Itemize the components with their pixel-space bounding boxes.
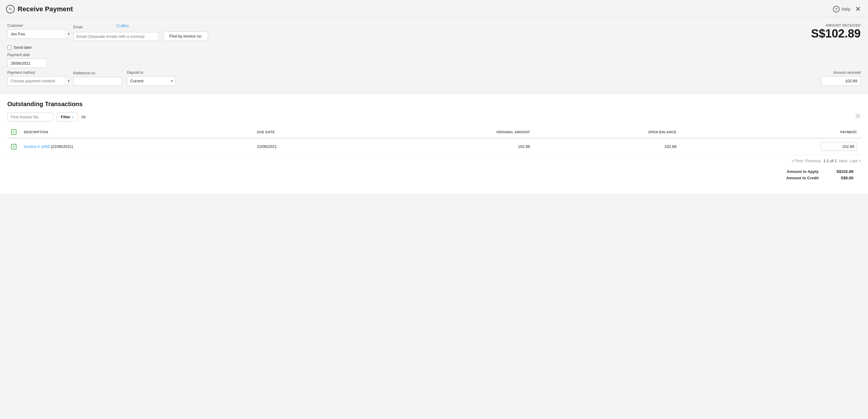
pagination-next[interactable]: Next [839, 159, 847, 163]
amount-to-credit-label: Amount to Credit [770, 176, 818, 180]
reference-input[interactable] [73, 77, 122, 86]
email-input[interactable] [73, 32, 159, 41]
pagination-range: 1-1 of 1 [823, 159, 837, 163]
amount-received-label: AMOUNT RECEIVED [811, 24, 861, 27]
close-button[interactable]: ✕ [855, 6, 861, 12]
payment-date-label: Payment date [7, 53, 861, 57]
page-title: Receive Payment [18, 5, 73, 13]
send-later-label[interactable]: Send later [14, 45, 32, 50]
deposit-select-container[interactable]: Current Savings Other ▾ [127, 76, 176, 86]
filter-all-label: All [81, 115, 85, 119]
row-checkbox[interactable]: ✓ [11, 144, 17, 150]
amount-to-apply-label: Amount to Apply [770, 169, 818, 174]
amount-to-credit-value: S$0.00 [826, 176, 854, 180]
deposit-select[interactable]: Current Savings Other [127, 76, 169, 86]
deposit-label: Deposit to [127, 70, 176, 75]
payment-method-input[interactable] [8, 76, 65, 86]
reference-group: Reference no. [73, 71, 122, 86]
find-invoice-button[interactable]: Find by invoice no. [163, 31, 208, 41]
filter-label: Filter [61, 115, 70, 119]
filter-arrow-icon: › [72, 115, 73, 119]
invoice-link[interactable]: Invoice # 1058 [24, 144, 50, 149]
col-checkbox: ✓ [7, 126, 20, 138]
select-all-checkbox[interactable]: ✓ [11, 129, 17, 135]
table-header: ✓ DESCRIPTION DUE DATE ORIGINAL AMOUNT O… [7, 126, 861, 138]
amount-received-input-label: Amount received [833, 70, 861, 75]
payment-method-group: Payment method ▾ [7, 70, 68, 86]
amount-received-value: S$102.89 [811, 27, 861, 40]
email-label: Email [73, 25, 82, 29]
help-label: Help [841, 7, 850, 11]
col-description: DESCRIPTION [20, 126, 253, 138]
help-icon: ? [833, 6, 840, 12]
transactions-toolbar: Filter › All [7, 112, 861, 121]
amount-received-input[interactable] [821, 76, 861, 86]
customer-dropdown-arrow[interactable]: ▾ [65, 30, 72, 38]
row-payment-cell [680, 138, 861, 155]
find-invoice-no-input[interactable] [7, 112, 53, 121]
row-due-date: 22/06/2021 [253, 138, 365, 155]
row-checkbox-cell: ✓ [7, 138, 20, 155]
col-due-date: DUE DATE [253, 126, 365, 138]
table-body: ✓ Invoice # 1058 (22/06/2021) 22/06/2021… [7, 138, 861, 155]
amount-received-input-group: Amount received [821, 70, 861, 86]
customer-select-container[interactable]: ▾ [7, 29, 68, 39]
deposit-dropdown-arrow: ▾ [169, 77, 175, 85]
row-description: Invoice # 1058 (22/06/2021) [20, 138, 253, 155]
header-right: ? Help ✕ [833, 6, 861, 12]
payment-method-label: Payment method [7, 70, 68, 75]
amount-to-credit-row: Amount to Credit S$0.00 [770, 176, 854, 180]
pagination-previous[interactable]: Previous [805, 159, 821, 163]
reference-label: Reference no. [73, 71, 122, 75]
send-later-checkbox[interactable] [7, 45, 11, 50]
transactions-section: Outstanding Transactions Filter › All [0, 93, 868, 194]
pagination-row: < First Previous 1-1 of 1 Next Last > [7, 155, 861, 164]
send-later-row: Send later [7, 45, 861, 50]
amount-to-apply-value: S$102.89 [826, 169, 854, 174]
customer-email-row: Customer ▾ Email Cc/Bcc Find by invoice … [7, 24, 861, 41]
customer-label: Customer [7, 24, 68, 28]
amount-to-apply-row: Amount to Apply S$102.89 [770, 169, 854, 174]
help-button[interactable]: ? Help [833, 6, 850, 12]
customer-input[interactable] [8, 30, 65, 38]
receive-payment-icon: ↻ [6, 5, 14, 13]
payment-date-input[interactable] [7, 59, 47, 68]
transactions-table: ✓ DESCRIPTION DUE DATE ORIGINAL AMOUNT O… [7, 126, 861, 155]
payment-date-group: Payment date [7, 53, 861, 68]
receive-payment-modal: ↻ Receive Payment ? Help ✕ Customer ▾ [0, 0, 868, 419]
pagination-last[interactable]: Last > [850, 159, 861, 163]
col-original-amount: ORIGINAL AMOUNT [365, 126, 534, 138]
customer-group: Customer ▾ [7, 24, 68, 39]
header-left: ↻ Receive Payment [6, 5, 73, 13]
cc-bcc-button[interactable]: Cc/Bcc [117, 24, 129, 31]
transactions-title: Outstanding Transactions [7, 101, 861, 108]
amount-received-box: AMOUNT RECEIVED S$102.89 [811, 24, 861, 40]
form-section: Customer ▾ Email Cc/Bcc Find by invoice … [0, 18, 868, 93]
payment-method-dropdown-arrow[interactable]: ▾ [65, 77, 72, 85]
filter-button[interactable]: Filter › [56, 112, 78, 121]
email-group: Email Cc/Bcc [73, 24, 159, 41]
row-open-balance: 102.89 [534, 138, 680, 155]
payment-method-select-container[interactable]: ▾ [7, 76, 68, 86]
totals-section: Amount to Apply S$102.89 Amount to Credi… [7, 164, 861, 188]
svg-point-0 [857, 115, 859, 117]
invoice-date-extra: (22/06/2021) [51, 144, 73, 149]
gear-settings-button[interactable] [855, 114, 861, 121]
table-row: ✓ Invoice # 1058 (22/06/2021) 22/06/2021… [7, 138, 861, 155]
deposit-group: Deposit to Current Savings Other ▾ [127, 70, 176, 86]
col-payment: PAYMENT [680, 126, 861, 138]
row-payment-input[interactable] [820, 142, 857, 151]
payment-fields-row: Payment method ▾ Reference no. Deposit t… [7, 70, 861, 86]
col-open-balance: OPEN BALANCE [534, 126, 680, 138]
row-original-amount: 102.89 [365, 138, 534, 155]
pagination-first[interactable]: < First [792, 159, 803, 163]
header: ↻ Receive Payment ? Help ✕ [0, 0, 868, 18]
